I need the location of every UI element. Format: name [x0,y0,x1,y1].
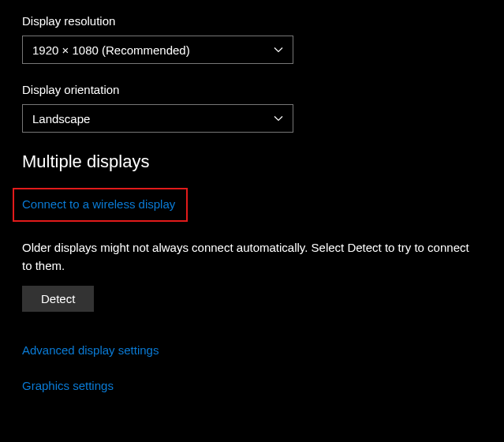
multiple-displays-heading: Multiple displays [22,152,488,172]
connect-wireless-display-link[interactable]: Connect to a wireless display [22,197,175,211]
display-orientation-dropdown[interactable]: Landscape [22,104,293,133]
advanced-display-settings-link[interactable]: Advanced display settings [22,343,159,357]
graphics-settings-link[interactable]: Graphics settings [22,379,114,392]
chevron-down-icon [274,112,283,125]
chevron-down-icon [274,43,283,57]
display-orientation-label: Display orientation [22,83,488,96]
highlighted-box: Connect to a wireless display [13,188,188,222]
detect-info-text: Older displays might not always connect … [22,239,480,275]
detect-button[interactable]: Detect [22,286,94,312]
display-resolution-dropdown[interactable]: 1920 × 1080 (Recommended) [22,36,293,64]
display-resolution-label: Display resolution [22,14,488,28]
display-orientation-value: Landscape [32,112,90,125]
display-resolution-value: 1920 × 1080 (Recommended) [32,43,190,57]
